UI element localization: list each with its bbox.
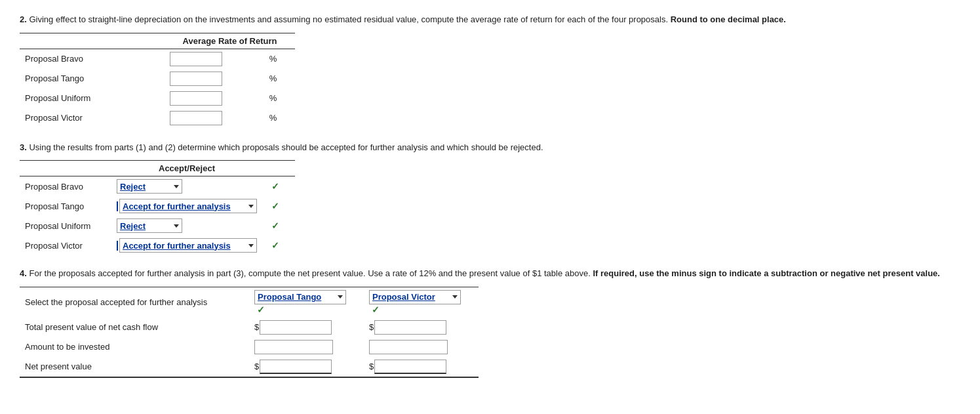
section2-column-header: Average Rate of Return	[165, 33, 295, 49]
dollar-sign-3-1: $	[254, 362, 259, 371]
section3-label-2: Proposal Uniform	[20, 216, 111, 236]
section2-input-3[interactable]	[170, 111, 222, 125]
section4-row: Amount to be invested	[20, 337, 479, 357]
section3-check-2: ✓	[262, 216, 295, 236]
section3-label-3: Proposal Victor	[20, 236, 111, 255]
section2-input-cell-0	[165, 49, 264, 69]
section3-text: Using the results from parts (1) and (2)…	[29, 142, 543, 152]
section4-dollar-cell-1-2: $	[364, 318, 479, 337]
section2-pct-2: %	[264, 89, 295, 108]
section3-title: 3. Using the results from parts (1) and …	[20, 141, 960, 154]
section3-select-2[interactable]: RejectAccept for further analysis	[117, 218, 182, 233]
section3-row: Proposal Victor RejectAccept for further…	[20, 236, 295, 255]
section2-input-0[interactable]	[170, 52, 222, 66]
section4-dropdown-cell-0-2: Proposal TangoProposal Victor ✓	[364, 287, 479, 318]
section2-row: Proposal Bravo %	[20, 49, 295, 69]
section3-row: Proposal Bravo RejectAccept for further …	[20, 176, 295, 197]
section4-row: Total present value of net cash flow $ $	[20, 318, 479, 337]
dollar-sign-3-2: $	[369, 362, 374, 371]
section4-title: 4. For the proposals accepted for furthe…	[20, 267, 960, 280]
section3-empty-header	[20, 161, 111, 176]
section3-check-header	[262, 161, 295, 176]
section4-dollar-cell-3-1: $	[249, 357, 364, 377]
section2-label-2: Proposal Uniform	[20, 89, 165, 108]
section4-label-0: Select the proposal accepted for further…	[20, 287, 249, 318]
section4-label-2: Amount to be invested	[20, 337, 249, 357]
section4-row: Select the proposal accepted for further…	[20, 287, 479, 318]
section4-text: For the proposals accepted for further a…	[29, 268, 590, 278]
section4-input-2-2[interactable]	[369, 340, 448, 354]
section3-label-0: Proposal Bravo	[20, 176, 111, 197]
section3-select-cell-1: RejectAccept for further analysis	[111, 196, 262, 216]
section3-number: 3.	[20, 142, 27, 152]
section2-number: 2.	[20, 14, 27, 24]
section3-check-3: ✓	[262, 236, 295, 255]
section3-table: Accept/Reject Proposal Bravo RejectAccep…	[20, 160, 295, 255]
section3-select-0[interactable]: RejectAccept for further analysis	[117, 179, 182, 194]
section4-dropdown-cell-0-1: Proposal TangoProposal Victor ✓	[249, 287, 364, 318]
section2-label-3: Proposal Victor	[20, 108, 165, 128]
section4-input-2-1[interactable]	[254, 340, 333, 354]
section3-select-cell-2: RejectAccept for further analysis	[111, 216, 262, 236]
section2-title: 2. Giving effect to straight-line deprec…	[20, 13, 960, 26]
section4-input-3-2[interactable]	[374, 360, 446, 374]
section2-row: Proposal Tango %	[20, 69, 295, 89]
section4-dollar-cell-1-1: $	[249, 318, 364, 337]
section4-input-1-2[interactable]	[374, 320, 446, 335]
section4-dropdown-0-1[interactable]: Proposal TangoProposal Victor	[254, 290, 346, 304]
section3-select-cell-3: RejectAccept for further analysis	[111, 236, 262, 255]
section3-wrapper: 3. Using the results from parts (1) and …	[20, 141, 960, 256]
section2-row: Proposal Victor %	[20, 108, 295, 128]
section2-empty-header	[20, 33, 165, 49]
section2-label-0: Proposal Bravo	[20, 49, 165, 69]
section2-row: Proposal Uniform %	[20, 89, 295, 108]
section4-row: Net present value $ $	[20, 357, 479, 377]
section4-input-1-1[interactable]	[260, 320, 332, 335]
section2-pct-1: %	[264, 69, 295, 89]
section2-input-1[interactable]	[170, 72, 222, 86]
section2-input-cell-2	[165, 89, 264, 108]
section2-table: Average Rate of Return Proposal Bravo % …	[20, 33, 295, 128]
section4-input-cell-2-1	[249, 337, 364, 357]
section2-wrapper: 2. Giving effect to straight-line deprec…	[20, 13, 960, 128]
section4-table: Select the proposal accepted for further…	[20, 287, 479, 378]
section4-dollar-cell-3-2: $	[364, 357, 479, 377]
dollar-sign-1-1: $	[254, 322, 259, 332]
section4-bold: If required, use the minus sign to indic…	[593, 268, 940, 278]
section2-input-cell-1	[165, 69, 264, 89]
section3-check-0: ✓	[262, 176, 295, 197]
section2-input-cell-3	[165, 108, 264, 128]
section2-label-1: Proposal Tango	[20, 69, 165, 89]
section3-select-cell-0: RejectAccept for further analysis	[111, 176, 262, 197]
section4-number: 4.	[20, 268, 27, 278]
section3-label-1: Proposal Tango	[20, 196, 111, 216]
section4-input-3-1[interactable]	[260, 360, 332, 374]
section3-row: Proposal Uniform RejectAccept for furthe…	[20, 216, 295, 236]
section3-row: Proposal Tango RejectAccept for further …	[20, 196, 295, 216]
section3-column-header: Accept/Reject	[111, 161, 262, 176]
section2-input-2[interactable]	[170, 91, 222, 106]
section3-select-1[interactable]: RejectAccept for further analysis	[119, 199, 257, 213]
section4-dropdown-0-2[interactable]: Proposal TangoProposal Victor	[369, 290, 461, 304]
section4-input-cell-2-2	[364, 337, 479, 357]
section2-text: Giving effect to straight-line depreciat…	[29, 14, 668, 24]
section3-check-1: ✓	[262, 196, 295, 216]
section4-wrapper: 4. For the proposals accepted for furthe…	[20, 267, 960, 378]
section4-label-3: Net present value	[20, 357, 249, 377]
section2-pct-3: %	[264, 108, 295, 128]
section2-bold: Round to one decimal place.	[671, 14, 786, 24]
section4-label-1: Total present value of net cash flow	[20, 318, 249, 337]
dollar-sign-1-2: $	[369, 322, 374, 332]
section3-select-3[interactable]: RejectAccept for further analysis	[119, 238, 257, 253]
section2-pct-0: %	[264, 49, 295, 69]
